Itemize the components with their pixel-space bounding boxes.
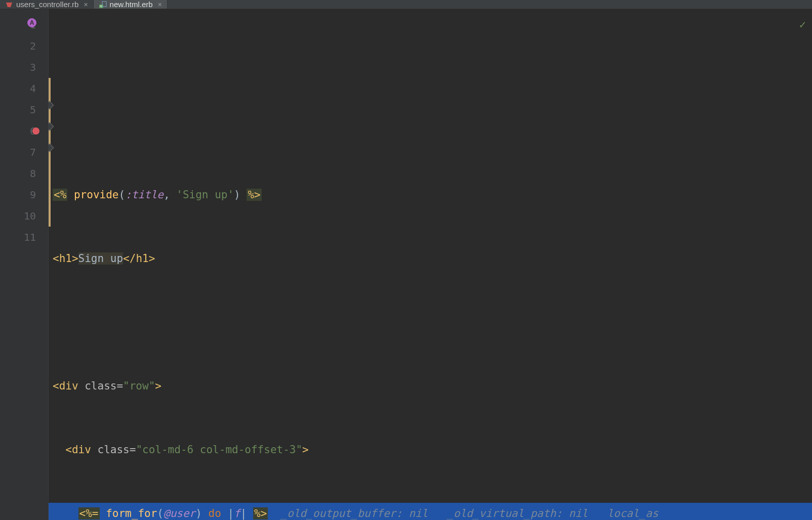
code-area[interactable]: ✓ <% provide(:title, 'Sign up') %> <h1>S… bbox=[49, 9, 812, 520]
svg-marker-0 bbox=[6, 3, 12, 7]
line-number: 7 bbox=[30, 146, 36, 158]
attr-value: "row" bbox=[123, 380, 155, 392]
attr-value: "col-md-6 col-md-offset-3" bbox=[136, 444, 302, 456]
erb-file-icon: R bbox=[99, 1, 107, 8]
fold-handle-icon[interactable] bbox=[49, 101, 54, 110]
line-number: 2 bbox=[30, 40, 36, 52]
gutter[interactable]: 1A 2 3 4 5 6 7 8 9 10 11 bbox=[0, 9, 49, 520]
line-number: 11 bbox=[24, 231, 36, 243]
line-number: 10 bbox=[24, 210, 36, 222]
line-number: 4 bbox=[30, 82, 36, 95]
tab-label: new.html.erb bbox=[110, 0, 153, 9]
editor[interactable]: 1A 2 3 4 5 6 7 8 9 10 11 ✓ <% provide(:t… bbox=[0, 9, 812, 520]
vcs-change-stripe bbox=[49, 78, 51, 227]
fold-handle-icon[interactable] bbox=[49, 122, 54, 131]
fold-handle-icon[interactable] bbox=[49, 144, 54, 152]
file-tabs: users_controller.rb × R new.html.erb × bbox=[0, 0, 812, 9]
tab-users-controller[interactable]: users_controller.rb × bbox=[0, 0, 94, 9]
tab-new-html-erb[interactable]: R new.html.erb × bbox=[94, 0, 168, 9]
text: Sign up bbox=[78, 252, 124, 265]
inline-debug-hint: _old_output_buffer: nil _old_virtual_pat… bbox=[268, 507, 658, 519]
breakpoint-icon[interactable] bbox=[32, 127, 39, 135]
line-number: 8 bbox=[30, 167, 36, 180]
line-number: 3 bbox=[30, 61, 36, 73]
string-literal: 'Sign up' bbox=[176, 189, 234, 201]
line-number: 5 bbox=[30, 104, 36, 116]
line-number: 9 bbox=[30, 189, 36, 201]
ruby-file-icon bbox=[5, 1, 13, 8]
annotate-icon[interactable]: A bbox=[27, 18, 36, 27]
close-icon[interactable]: × bbox=[84, 1, 88, 9]
ivar: @user bbox=[164, 507, 195, 519]
inspection-ok-icon[interactable]: ✓ bbox=[799, 14, 806, 35]
close-icon[interactable]: × bbox=[158, 1, 162, 9]
svg-text:R: R bbox=[100, 5, 102, 8]
tab-label: users_controller.rb bbox=[16, 0, 78, 9]
